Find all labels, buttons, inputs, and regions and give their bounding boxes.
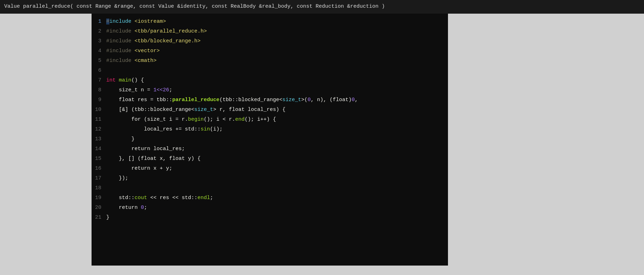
code-line-21: 21} [92,213,448,223]
code-line-3: 3#include <tbb/blocked_range.h> [92,37,448,47]
code-line-14: 14 return local_res; [92,144,448,154]
line-content: [&] (tbb::blocked_range<size_t> r, float… [106,106,285,114]
code-line-7: 7int main() { [92,76,448,86]
code-editor: 1#include <iostream>2#include <tbb/paral… [92,14,448,266]
code-line-15: 15 }, [] (float x, float y) { [92,154,448,164]
line-content: #include <vector> [106,47,160,56]
line-number: 6 [92,66,106,75]
code-line-9: 9 float res = tbb::parallel_reduce(tbb::… [92,96,448,105]
line-content: }); [106,174,128,183]
line-number: 8 [92,86,106,95]
code-line-1: 1#include <iostream> [92,17,448,27]
line-number: 3 [92,37,106,46]
line-number: 14 [92,145,106,154]
line-number: 4 [92,47,106,56]
line-number: 10 [92,106,106,114]
code-line-13: 13 } [92,135,448,144]
code-line-5: 5#include <cmath> [92,56,448,66]
code-line-17: 17 }); [92,174,448,184]
code-line-10: 10 [&] (tbb::blocked_range<size_t> r, fl… [92,105,448,115]
code-line-4: 4#include <vector> [92,47,448,56]
line-number: 17 [92,174,106,183]
code-line-12: 12 local_res += std::sin(i); [92,125,448,135]
line-content: return local_res; [106,145,185,154]
line-content: float res = tbb::parallel_reduce(tbb::bl… [106,96,358,105]
line-content: size_t n = 1<<26; [106,86,172,95]
line-content: #include <tbb/blocked_range.h> [106,37,201,46]
line-content: #include <tbb/parallel_reduce.h> [106,27,207,36]
line-number: 19 [92,194,106,203]
line-content: for (size_t i = r.begin(); i < r.end(); … [106,115,276,124]
line-number: 9 [92,96,106,105]
line-content: #include <iostream> [106,17,166,26]
line-content: return x + y; [106,164,172,173]
line-content: } [106,135,135,144]
line-content: #include <cmath> [106,57,157,65]
line-content: std::cout << res << std::endl; [106,194,213,203]
line-content: local_res += std::sin(i); [106,125,223,134]
line-number: 2 [92,27,106,36]
line-number: 5 [92,57,106,65]
line-number: 7 [92,76,106,85]
code-line-20: 20 return 0; [92,203,448,213]
line-number: 1 [92,17,106,26]
line-number: 13 [92,135,106,144]
line-number: 11 [92,115,106,124]
line-content: int main() { [106,76,144,85]
code-line-8: 8 size_t n = 1<<26; [92,86,448,96]
code-line-11: 11 for (size_t i = r.begin(); i < r.end(… [92,115,448,125]
code-line-19: 19 std::cout << res << std::endl; [92,193,448,203]
code-line-2: 2#include <tbb/parallel_reduce.h> [92,27,448,37]
line-number: 20 [92,204,106,212]
line-content: return 0; [106,204,147,212]
line-number: 21 [92,213,106,222]
function-signature-bar: Value parallel_reduce( const Range &rang… [0,0,644,14]
line-number: 18 [92,184,106,193]
line-number: 15 [92,155,106,163]
line-content: }, [] (float x, float y) { [106,155,201,163]
line-number: 12 [92,125,106,134]
code-line-18: 18 [92,184,448,193]
code-line-16: 16 return x + y; [92,164,448,174]
code-line-6: 6 [92,66,448,76]
line-number: 16 [92,164,106,173]
signature-text: Value parallel_reduce( const Range &rang… [4,3,385,9]
line-content: } [106,213,109,222]
